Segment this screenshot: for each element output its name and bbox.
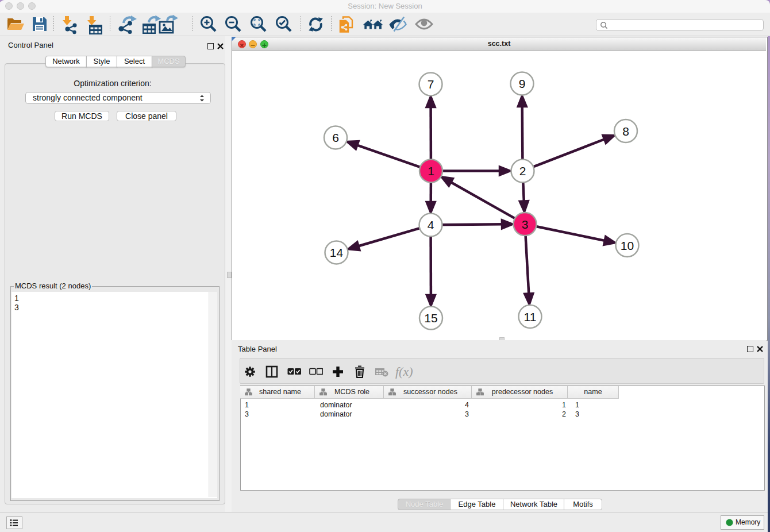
svg-text:10: 10	[621, 239, 634, 252]
svg-text:14: 14	[330, 246, 344, 259]
svg-text:4: 4	[428, 218, 434, 232]
svg-text:15: 15	[424, 311, 437, 325]
svg-text:7: 7	[428, 78, 434, 91]
svg-text:9: 9	[519, 77, 526, 90]
svg-text:1: 1	[428, 164, 434, 178]
svg-text:3: 3	[522, 218, 529, 231]
svg-text:2: 2	[519, 164, 526, 178]
svg-text:8: 8	[622, 125, 629, 138]
svg-text:11: 11	[524, 310, 537, 323]
svg-text:6: 6	[332, 131, 339, 144]
